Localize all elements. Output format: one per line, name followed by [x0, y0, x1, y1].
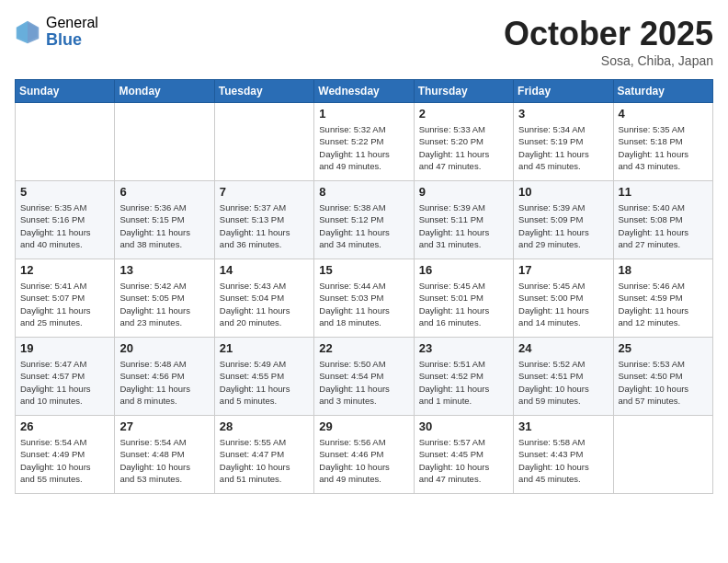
calendar-cell: 22Sunrise: 5:50 AM Sunset: 4:54 PM Dayli… — [314, 338, 414, 416]
weekday-header-tuesday: Tuesday — [214, 80, 313, 103]
cell-text: Sunrise: 5:48 AM Sunset: 4:56 PM Dayligh… — [119, 358, 209, 407]
calendar-cell — [613, 416, 712, 494]
day-number: 4 — [619, 107, 708, 121]
day-number: 16 — [419, 263, 508, 277]
day-number: 8 — [319, 185, 408, 199]
calendar-cell: 14Sunrise: 5:43 AM Sunset: 5:04 PM Dayli… — [214, 259, 313, 338]
cell-text: Sunrise: 5:46 AM Sunset: 4:59 PM Dayligh… — [619, 280, 708, 328]
cell-text: Sunrise: 5:40 AM Sunset: 5:08 PM Dayligh… — [619, 201, 708, 250]
calendar-cell: 30Sunrise: 5:57 AM Sunset: 4:45 PM Dayli… — [414, 416, 513, 494]
calendar-header: SundayMondayTuesdayWednesdayThursdayFrid… — [16, 80, 713, 103]
weekday-header-wednesday: Wednesday — [314, 80, 414, 103]
calendar-cell: 26Sunrise: 5:54 AM Sunset: 4:49 PM Dayli… — [16, 416, 115, 494]
calendar-cell: 8Sunrise: 5:38 AM Sunset: 5:12 PM Daylig… — [314, 181, 414, 259]
day-number: 26 — [20, 419, 109, 433]
day-number: 20 — [119, 341, 209, 355]
location: Sosa, Chiba, Japan — [504, 53, 713, 68]
calendar-cell — [214, 103, 313, 181]
day-number: 12 — [20, 263, 109, 277]
weekday-header-sunday: Sunday — [16, 80, 115, 103]
day-number: 3 — [518, 107, 608, 121]
weekday-header-friday: Friday — [514, 80, 613, 103]
calendar-cell: 27Sunrise: 5:54 AM Sunset: 4:48 PM Dayli… — [115, 416, 214, 494]
calendar-cell: 31Sunrise: 5:58 AM Sunset: 4:43 PM Dayli… — [514, 416, 613, 494]
day-number: 7 — [220, 185, 309, 199]
calendar-table: SundayMondayTuesdayWednesdayThursdayFrid… — [15, 79, 713, 494]
logo-icon — [15, 19, 40, 45]
calendar-body: 1Sunrise: 5:32 AM Sunset: 5:22 PM Daylig… — [16, 103, 713, 494]
cell-text: Sunrise: 5:51 AM Sunset: 4:52 PM Dayligh… — [419, 358, 508, 407]
cell-text: Sunrise: 5:53 AM Sunset: 4:50 PM Dayligh… — [619, 358, 708, 407]
calendar-cell: 23Sunrise: 5:51 AM Sunset: 4:52 PM Dayli… — [414, 338, 513, 416]
day-number: 30 — [419, 419, 508, 433]
cell-text: Sunrise: 5:37 AM Sunset: 5:13 PM Dayligh… — [220, 201, 309, 250]
calendar-cell: 15Sunrise: 5:44 AM Sunset: 5:03 PM Dayli… — [314, 259, 414, 338]
day-number: 23 — [419, 341, 508, 355]
cell-text: Sunrise: 5:47 AM Sunset: 4:57 PM Dayligh… — [20, 358, 109, 407]
day-number: 10 — [518, 185, 608, 199]
day-number: 1 — [319, 107, 408, 121]
weekday-header-saturday: Saturday — [613, 80, 712, 103]
calendar-cell: 19Sunrise: 5:47 AM Sunset: 4:57 PM Dayli… — [16, 338, 115, 416]
calendar-cell: 18Sunrise: 5:46 AM Sunset: 4:59 PM Dayli… — [613, 259, 712, 338]
day-number: 19 — [20, 341, 109, 355]
day-number: 25 — [619, 341, 708, 355]
calendar-cell: 9Sunrise: 5:39 AM Sunset: 5:11 PM Daylig… — [414, 181, 513, 259]
cell-text: Sunrise: 5:43 AM Sunset: 5:04 PM Dayligh… — [220, 280, 309, 328]
cell-text: Sunrise: 5:35 AM Sunset: 5:18 PM Dayligh… — [619, 123, 708, 172]
day-number: 13 — [119, 263, 209, 277]
day-number: 5 — [20, 185, 109, 199]
calendar-cell: 1Sunrise: 5:32 AM Sunset: 5:22 PM Daylig… — [314, 103, 414, 181]
calendar-week-3: 12Sunrise: 5:41 AM Sunset: 5:07 PM Dayli… — [16, 259, 713, 338]
logo-text: General Blue — [46, 15, 98, 49]
page-header: General Blue October 2025 Sosa, Chiba, J… — [15, 15, 713, 68]
cell-text: Sunrise: 5:42 AM Sunset: 5:05 PM Dayligh… — [119, 280, 209, 328]
calendar-cell: 7Sunrise: 5:37 AM Sunset: 5:13 PM Daylig… — [214, 181, 313, 259]
day-number: 15 — [319, 263, 408, 277]
calendar-cell: 3Sunrise: 5:34 AM Sunset: 5:19 PM Daylig… — [514, 103, 613, 181]
calendar-cell: 21Sunrise: 5:49 AM Sunset: 4:55 PM Dayli… — [214, 338, 313, 416]
cell-text: Sunrise: 5:36 AM Sunset: 5:15 PM Dayligh… — [119, 201, 209, 250]
day-number: 31 — [518, 419, 608, 433]
day-number: 14 — [220, 263, 309, 277]
cell-text: Sunrise: 5:52 AM Sunset: 4:51 PM Dayligh… — [518, 358, 608, 407]
calendar-cell: 11Sunrise: 5:40 AM Sunset: 5:08 PM Dayli… — [613, 181, 712, 259]
day-number: 22 — [319, 341, 408, 355]
day-number: 17 — [518, 263, 608, 277]
calendar-cell — [115, 103, 214, 181]
day-number: 29 — [319, 419, 408, 433]
cell-text: Sunrise: 5:35 AM Sunset: 5:16 PM Dayligh… — [20, 201, 109, 250]
cell-text: Sunrise: 5:39 AM Sunset: 5:11 PM Dayligh… — [419, 201, 508, 250]
logo: General Blue — [15, 15, 98, 49]
logo-blue: Blue — [46, 31, 98, 50]
day-number: 28 — [220, 419, 309, 433]
calendar-cell: 13Sunrise: 5:42 AM Sunset: 5:05 PM Dayli… — [115, 259, 214, 338]
cell-text: Sunrise: 5:57 AM Sunset: 4:45 PM Dayligh… — [419, 436, 508, 485]
cell-text: Sunrise: 5:44 AM Sunset: 5:03 PM Dayligh… — [319, 280, 408, 328]
calendar-cell: 16Sunrise: 5:45 AM Sunset: 5:01 PM Dayli… — [414, 259, 513, 338]
cell-text: Sunrise: 5:49 AM Sunset: 4:55 PM Dayligh… — [220, 358, 309, 407]
calendar-week-1: 1Sunrise: 5:32 AM Sunset: 5:22 PM Daylig… — [16, 103, 713, 181]
cell-text: Sunrise: 5:55 AM Sunset: 4:47 PM Dayligh… — [220, 436, 309, 485]
title-block: October 2025 Sosa, Chiba, Japan — [504, 15, 713, 68]
weekday-header-thursday: Thursday — [414, 80, 513, 103]
cell-text: Sunrise: 5:56 AM Sunset: 4:46 PM Dayligh… — [319, 436, 408, 485]
calendar-cell — [16, 103, 115, 181]
day-number: 9 — [419, 185, 508, 199]
day-number: 11 — [619, 185, 708, 199]
calendar-cell: 28Sunrise: 5:55 AM Sunset: 4:47 PM Dayli… — [214, 416, 313, 494]
svg-marker-2 — [17, 20, 28, 43]
cell-text: Sunrise: 5:33 AM Sunset: 5:20 PM Dayligh… — [419, 123, 508, 172]
calendar-cell: 20Sunrise: 5:48 AM Sunset: 4:56 PM Dayli… — [115, 338, 214, 416]
calendar-cell: 5Sunrise: 5:35 AM Sunset: 5:16 PM Daylig… — [16, 181, 115, 259]
calendar-cell: 6Sunrise: 5:36 AM Sunset: 5:15 PM Daylig… — [115, 181, 214, 259]
cell-text: Sunrise: 5:58 AM Sunset: 4:43 PM Dayligh… — [518, 436, 608, 485]
weekday-header-monday: Monday — [115, 80, 214, 103]
calendar-cell: 10Sunrise: 5:39 AM Sunset: 5:09 PM Dayli… — [514, 181, 613, 259]
day-number: 21 — [220, 341, 309, 355]
weekday-row: SundayMondayTuesdayWednesdayThursdayFrid… — [16, 80, 713, 103]
calendar-cell: 17Sunrise: 5:45 AM Sunset: 5:00 PM Dayli… — [514, 259, 613, 338]
calendar-cell: 2Sunrise: 5:33 AM Sunset: 5:20 PM Daylig… — [414, 103, 513, 181]
calendar-cell: 24Sunrise: 5:52 AM Sunset: 4:51 PM Dayli… — [514, 338, 613, 416]
cell-text: Sunrise: 5:39 AM Sunset: 5:09 PM Dayligh… — [518, 201, 608, 250]
